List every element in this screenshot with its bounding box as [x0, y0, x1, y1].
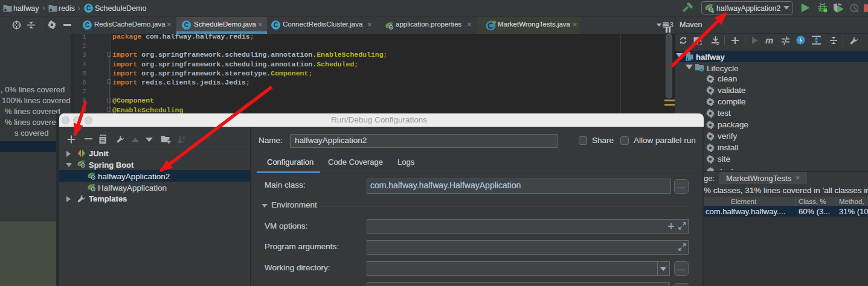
svg-text:m: m — [686, 54, 691, 62]
svg-text:a: a — [182, 135, 185, 139]
svg-text:z: z — [182, 139, 185, 144]
